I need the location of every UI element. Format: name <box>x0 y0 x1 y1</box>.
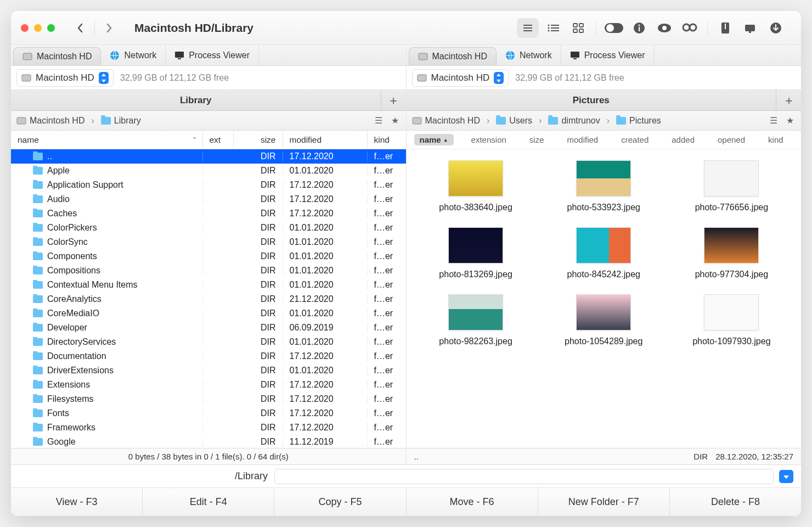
tab-process-viewer[interactable]: Process Viewer <box>166 45 259 65</box>
grid-item[interactable]: photo-813269.jpeg <box>412 227 540 280</box>
delete-button[interactable]: Delete - F8 <box>670 488 801 516</box>
table-row[interactable]: ExtensionsDIR17.12.2020f…er <box>11 378 406 392</box>
zoom-button[interactable] <box>47 24 55 32</box>
close-button[interactable] <box>21 24 29 32</box>
tab-macintosh-hd[interactable]: Macintosh HD <box>409 47 497 65</box>
table-row[interactable]: AppleDIR01.01.2020f…er <box>11 164 406 178</box>
table-row[interactable]: DriverExtensionsDIR01.01.2020f…er <box>11 363 406 378</box>
chevron-right-icon: › <box>605 116 612 126</box>
grid-item[interactable]: photo-776656.jpeg <box>668 160 796 213</box>
breadcrumb-item[interactable]: Pictures <box>616 116 661 126</box>
table-row[interactable]: Application SupportDIR17.12.2020f…er <box>11 178 406 192</box>
grid-item[interactable]: photo-533923.jpeg <box>540 160 668 213</box>
grid-item[interactable]: photo-845242.jpeg <box>540 227 668 280</box>
col-kind[interactable]: kind <box>368 131 406 149</box>
svg-rect-27 <box>23 53 32 60</box>
file-name: Google <box>47 437 76 447</box>
table-row[interactable]: DirectoryServicesDIR01.01.2020f…er <box>11 335 406 349</box>
breadcrumb-item[interactable]: Macintosh HD <box>16 116 84 126</box>
tab-process-viewer[interactable]: Process Viewer <box>561 45 655 65</box>
copy-button[interactable]: Copy - F5 <box>274 488 406 516</box>
command-input[interactable] <box>274 469 774 484</box>
drive-selector[interactable]: Macintosh HD <box>412 69 509 87</box>
view-list-icon[interactable] <box>517 18 539 38</box>
right-icon-grid[interactable]: photo-383640.jpegphoto-533923.jpegphoto-… <box>407 149 802 448</box>
breadcrumb-item[interactable]: Macintosh HD <box>412 116 480 126</box>
breadcrumb-item[interactable]: Library <box>101 116 141 126</box>
sort-extension[interactable]: extension <box>466 134 512 145</box>
col-size[interactable]: size <box>234 131 283 149</box>
info-icon[interactable] <box>628 18 650 38</box>
svg-rect-16 <box>639 27 640 31</box>
file-name: CoreAnalytics <box>47 294 101 304</box>
table-row[interactable]: ColorSyncDIR01.01.2020f…er <box>11 235 406 249</box>
view-columns-icon[interactable] <box>542 18 564 38</box>
file-kind: f…er <box>368 394 406 404</box>
right-status: .. DIR 28.12.2020, 12:35:27 <box>407 448 802 464</box>
new-tab-button[interactable]: ＋ <box>776 90 801 110</box>
sort-kind[interactable]: kind <box>763 134 789 145</box>
forward-button[interactable] <box>98 18 120 38</box>
new-folder-button[interactable]: New Folder - F7 <box>538 488 670 516</box>
grid-item[interactable]: photo-977304.jpeg <box>668 227 796 280</box>
table-row[interactable]: CachesDIR17.12.2020f…er <box>11 206 406 221</box>
favorite-icon[interactable]: ★ <box>390 115 401 126</box>
table-row[interactable]: DeveloperDIR06.09.2019f…er <box>11 321 406 335</box>
search-icon[interactable] <box>679 18 701 38</box>
favorite-icon[interactable]: ★ <box>785 115 796 126</box>
table-row[interactable]: FilesystemsDIR17.12.2020f…er <box>11 392 406 406</box>
table-row[interactable]: ..DIR17.12.2020f…er <box>11 149 406 164</box>
edit-button[interactable]: Edit - F4 <box>143 488 274 516</box>
sort-modified[interactable]: modified <box>562 134 604 145</box>
table-row[interactable]: ComponentsDIR01.01.2020f…er <box>11 249 406 264</box>
sort-name[interactable]: name▲ <box>414 134 454 145</box>
table-row[interactable]: CoreAnalyticsDIR21.12.2020f…er <box>11 292 406 306</box>
sort-opened[interactable]: opened <box>712 134 751 145</box>
table-row[interactable]: CompositionsDIR01.01.2020f…er <box>11 264 406 278</box>
file-name: ColorSync <box>47 237 88 247</box>
list-mode-icon[interactable]: ☰ <box>768 115 779 126</box>
list-mode-icon[interactable]: ☰ <box>373 115 384 126</box>
folder-icon <box>496 117 506 125</box>
col-name[interactable]: name⌃ <box>11 131 203 149</box>
view-button[interactable]: View - F3 <box>11 488 143 516</box>
sort-size[interactable]: size <box>524 134 550 145</box>
grid-item[interactable]: photo-1097930.jpeg <box>668 294 796 347</box>
move-button[interactable]: Move - F6 <box>407 488 538 516</box>
table-row[interactable]: GoogleDIR11.12.2019f…er <box>11 435 406 448</box>
sort-created[interactable]: created <box>616 134 654 145</box>
share-icon[interactable] <box>740 18 762 38</box>
sort-asc-icon: ▲ <box>443 137 448 143</box>
download-icon[interactable] <box>765 18 787 38</box>
svg-rect-35 <box>571 52 579 58</box>
breadcrumb-item[interactable]: dimtrunov <box>548 116 600 126</box>
grid-item[interactable]: photo-383640.jpeg <box>412 160 540 213</box>
tab-network[interactable]: Network <box>497 45 561 65</box>
col-ext[interactable]: ext <box>203 131 234 149</box>
table-row[interactable]: CoreMediaIODIR01.01.2020f…er <box>11 306 406 321</box>
breadcrumb-item[interactable]: Users <box>496 116 532 126</box>
quicklook-icon[interactable] <box>653 18 675 38</box>
command-history-button[interactable] <box>779 470 793 483</box>
left-file-list[interactable]: ..DIR17.12.2020f…erAppleDIR01.01.2020f…e… <box>11 149 406 448</box>
table-row[interactable]: Contextual Menu ItemsDIR01.01.2020f…er <box>11 278 406 292</box>
minimize-button[interactable] <box>34 24 42 32</box>
col-modified[interactable]: modified <box>283 131 368 149</box>
table-row[interactable]: FontsDIR17.12.2020f…er <box>11 406 406 421</box>
table-row[interactable]: FrameworksDIR17.12.2020f…er <box>11 421 406 435</box>
tab-macintosh-hd[interactable]: Macintosh HD <box>13 47 101 65</box>
grid-item[interactable]: photo-1054289.jpeg <box>540 294 668 347</box>
archive-icon[interactable] <box>714 18 736 38</box>
tab-network[interactable]: Network <box>101 45 166 65</box>
drive-selector[interactable]: Macintosh HD <box>16 69 114 87</box>
toggle-hidden-icon[interactable] <box>603 18 625 38</box>
view-icons-icon[interactable] <box>567 18 589 38</box>
sort-added[interactable]: added <box>666 134 700 145</box>
table-row[interactable]: AudioDIR17.12.2020f…er <box>11 192 406 206</box>
grid-item[interactable]: photo-982263.jpeg <box>412 294 540 347</box>
table-row[interactable]: ColorPickersDIR01.01.2020f…er <box>11 221 406 235</box>
back-button[interactable] <box>69 18 91 38</box>
new-tab-button[interactable]: ＋ <box>381 90 406 110</box>
folder-icon <box>33 210 43 217</box>
table-row[interactable]: DocumentationDIR17.12.2020f…er <box>11 349 406 363</box>
